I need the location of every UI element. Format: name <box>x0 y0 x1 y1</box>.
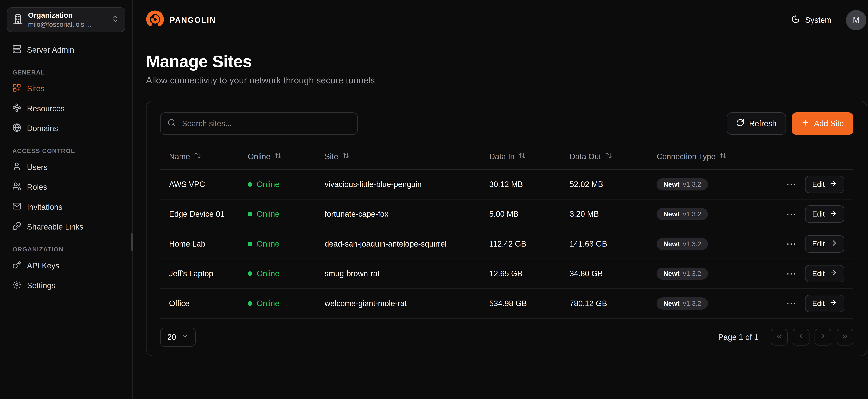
edit-button[interactable]: Edit <box>805 235 844 253</box>
edit-label: Edit <box>812 299 825 308</box>
page-size-select[interactable]: 20 <box>160 328 196 347</box>
site-status: Online <box>239 269 316 278</box>
sidebar-item-label: API Keys <box>27 261 59 270</box>
connection-badge: Newtv1.3.2 <box>656 238 708 250</box>
column-label: Connection Type <box>656 152 715 161</box>
org-selector-subtitle: milo@fossorial.io's ... <box>28 21 106 28</box>
column-header-name[interactable]: Name <box>160 152 239 161</box>
topbar-right: System M <box>788 10 866 30</box>
arrow-right-icon <box>829 269 837 278</box>
mail-icon <box>12 202 21 213</box>
connection-version: v1.3.2 <box>683 181 701 188</box>
sidebar-item-users[interactable]: Users <box>7 157 125 178</box>
search-input[interactable] <box>181 119 350 129</box>
row-menu-button[interactable]: ⋯ <box>785 268 798 280</box>
site-name: AWS VPC <box>160 180 239 189</box>
data-out-value: 34.80 GB <box>561 269 648 278</box>
brand-name: PANGOLIN <box>169 16 216 25</box>
connection-version: v1.3.2 <box>683 300 701 307</box>
sidebar-item-api-keys[interactable]: API Keys <box>7 256 125 276</box>
sidebar-item-invitations[interactable]: Invitations <box>7 197 125 217</box>
row-menu-button[interactable]: ⋯ <box>785 238 798 250</box>
data-in-value: 5.00 MB <box>480 210 561 219</box>
sidebar-item-sites[interactable]: Sites <box>7 79 125 99</box>
sidebar-item-domains[interactable]: Domains <box>7 119 125 139</box>
arrow-right-icon <box>829 299 837 308</box>
connection-name: Newt <box>663 210 679 218</box>
data-in-value: 112.42 GB <box>480 240 561 248</box>
site-tunnel-id: dead-san-joaquin-antelope-squirrel <box>316 240 480 248</box>
refresh-label: Refresh <box>749 119 777 128</box>
site-status: Online <box>239 240 316 248</box>
connection-badge: Newtv1.3.2 <box>656 298 708 310</box>
refresh-button[interactable]: Refresh <box>727 112 786 135</box>
edit-label: Edit <box>812 210 825 218</box>
edit-button[interactable]: Edit <box>805 176 844 193</box>
table-row: Jeff's Laptop Online smug-brown-rat 12.6… <box>160 259 854 289</box>
column-header-data-in[interactable]: Data In <box>480 152 561 161</box>
moon-icon <box>791 15 800 26</box>
section-label-access-control: ACCESS CONTROL <box>12 147 120 155</box>
status-text: Online <box>257 240 279 248</box>
edit-button[interactable]: Edit <box>805 295 844 312</box>
next-page-button[interactable] <box>814 329 831 345</box>
status-text: Online <box>257 299 279 308</box>
sidebar-item-shareable-links[interactable]: Shareable Links <box>7 217 125 237</box>
waypoints-icon <box>12 103 21 114</box>
table-row: Office Online welcome-giant-mole-rat 534… <box>160 289 854 318</box>
sidebar-item-server-admin[interactable]: Server Admin <box>7 40 125 60</box>
theme-toggle-button[interactable]: System <box>788 14 835 26</box>
edit-button[interactable]: Edit <box>805 206 844 223</box>
section-label-general: GENERAL <box>12 69 120 76</box>
search-icon <box>167 118 176 129</box>
app-root: Organization milo@fossorial.io's ... Ser… <box>0 0 868 399</box>
main-content: PANGOLIN System M Manage Sites Allow con… <box>133 0 868 399</box>
org-selector-text: Organization milo@fossorial.io's ... <box>28 11 106 28</box>
chevron-right-icon <box>819 332 827 342</box>
table-header: Name Online Site Data In Data Out <box>160 144 854 170</box>
sidebar-item-label: Domains <box>27 124 58 133</box>
pagination: Page 1 of 1 <box>718 329 853 345</box>
brand[interactable]: PANGOLIN <box>146 10 216 31</box>
prev-page-button[interactable] <box>793 329 809 345</box>
data-out-value: 52.02 MB <box>561 180 648 189</box>
sort-icon <box>605 152 612 161</box>
row-menu-button[interactable]: ⋯ <box>785 298 798 309</box>
last-page-button[interactable] <box>837 329 854 345</box>
sidebar-item-roles[interactable]: Roles <box>7 177 125 197</box>
sidebar-item-label: Resources <box>27 104 65 113</box>
edit-button[interactable]: Edit <box>805 265 844 282</box>
data-out-value: 780.12 GB <box>561 299 648 308</box>
column-label: Data In <box>489 152 515 161</box>
row-actions: ⋯ Edit <box>775 235 854 253</box>
online-dot-icon <box>248 271 252 276</box>
row-menu-button[interactable]: ⋯ <box>785 179 798 190</box>
column-header-site[interactable]: Site <box>316 152 480 161</box>
sidebar-item-settings[interactable]: Settings <box>7 276 125 296</box>
column-header-connection-type[interactable]: Connection Type <box>648 152 775 161</box>
sidebar-scrollbar-thumb[interactable] <box>131 233 133 251</box>
row-menu-button[interactable]: ⋯ <box>785 208 798 220</box>
sort-icon <box>342 152 349 161</box>
avatar[interactable]: M <box>846 10 866 30</box>
first-page-button[interactable] <box>771 329 787 345</box>
column-header-data-out[interactable]: Data Out <box>561 152 648 161</box>
sidebar-item-resources[interactable]: Resources <box>7 99 125 119</box>
site-tunnel-id: smug-brown-rat <box>316 269 480 278</box>
column-header-online[interactable]: Online <box>239 152 316 161</box>
page-head: Manage Sites Allow connectivity to your … <box>133 40 868 85</box>
sidebar-item-label: Sites <box>27 84 44 93</box>
key-icon <box>12 260 21 271</box>
gear-icon <box>12 280 21 291</box>
sidebar-item-label: Roles <box>27 183 47 192</box>
link-icon <box>12 221 21 233</box>
site-name: Edge Device 01 <box>160 210 239 219</box>
org-selector[interactable]: Organization milo@fossorial.io's ... <box>7 7 125 32</box>
sidebar-item-label: Settings <box>27 281 55 290</box>
sort-icon <box>719 152 727 161</box>
sidebar-item-label: Server Admin <box>27 45 74 55</box>
add-site-button[interactable]: Add Site <box>792 112 853 135</box>
connection-badge: Newtv1.3.2 <box>656 178 708 190</box>
plus-icon <box>801 118 810 129</box>
toolbar-buttons: Refresh Add Site <box>727 112 854 135</box>
